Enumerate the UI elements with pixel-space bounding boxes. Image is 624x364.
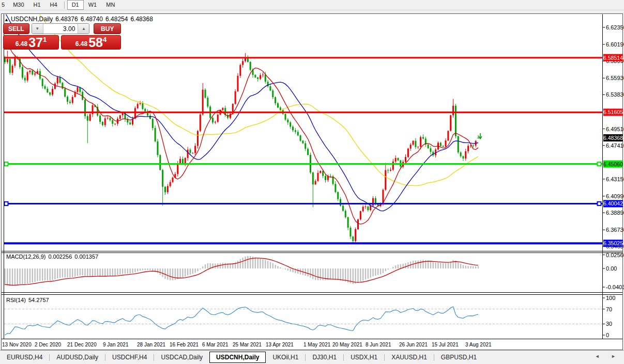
price-label-6.58514: 6.58514: [603, 55, 623, 61]
hline-marker[interactable]: [5, 162, 8, 166]
date-label: 13 Nov 2020: [2, 342, 32, 347]
tab-scroll-arrows[interactable]: ◄ ►: [595, 354, 621, 359]
buy-price-big: 58: [88, 36, 103, 49]
chart-title: ▲USDCNH,Daily6.483766.487406.482546.4836…: [4, 15, 153, 23]
tab-usdcad-daily[interactable]: USDCAD,Daily: [154, 352, 209, 363]
timeframe-button-m30[interactable]: M30: [8, 0, 28, 10]
rsi-tick-100: 100: [606, 295, 615, 301]
sell-price-prefix: 6.48: [16, 40, 27, 49]
date-label: 8 Jun 2021: [366, 342, 391, 347]
date-label: 25 Mar 2021: [233, 342, 262, 347]
rsi-tick-70: 70: [606, 306, 612, 312]
price-tick-6.43150: 6.43150: [606, 176, 624, 182]
ohlc-high: 6.48740: [81, 15, 103, 23]
tab-eurusd-h4[interactable]: EURUSD,H4: [0, 352, 49, 363]
date-label: 20 May 2021: [332, 342, 362, 347]
timeframe-button-h1[interactable]: H1: [29, 0, 45, 10]
one-click-trading-toggle-icon[interactable]: ▲: [4, 17, 9, 22]
volume-increase-button[interactable]: ▲: [78, 24, 89, 34]
tab-xauusd-h1[interactable]: XAUUSD,H1: [385, 352, 434, 363]
tab-usdx-h1[interactable]: USDX,H1: [344, 352, 384, 363]
price-tick-6.40990: 6.40990: [606, 193, 624, 199]
tab-gbpusd-h1[interactable]: GBPUSD,H1: [434, 352, 483, 363]
volume-decrease-button[interactable]: ▼: [32, 24, 43, 34]
spinner-down-icon: ▼: [35, 26, 39, 31]
price-tick-6.55930: 6.55930: [606, 75, 624, 81]
sell-button[interactable]: SELL: [3, 23, 29, 34]
date-label: 13 Apr 2021: [266, 342, 294, 347]
timeframe-button-h4[interactable]: H4: [45, 0, 62, 10]
spinner-up-icon: ▲: [82, 26, 86, 31]
sell-price-button[interactable]: 6.48371: [3, 35, 59, 50]
macd-value-1: 0.002256: [48, 254, 72, 260]
symbol-tab-bar: EURUSD,H4AUDUSD,DailyUSDCHF,H4USDCAD,Dai…: [0, 350, 624, 364]
hline-marker[interactable]: [598, 202, 601, 205]
price-tick-6.49510: 6.49510: [606, 126, 624, 132]
rsi-tick-30: 30: [606, 321, 612, 327]
rsi-label: RSI(14)54.2757: [6, 297, 52, 303]
price-tick-6.53830: 6.53830: [606, 91, 624, 98]
tab-usdcnh-daily[interactable]: USDCNH,Daily: [209, 352, 266, 363]
price-tick-6.36730: 6.36730: [606, 227, 624, 233]
tab-audusd-daily[interactable]: AUDUSD,Daily: [50, 352, 105, 363]
buy-price-sup: 4: [103, 36, 106, 43]
ohlc-close: 6.48368: [130, 15, 153, 23]
price-label-6.51605: 6.51605: [603, 109, 623, 115]
price-tick-6.38890: 6.38890: [606, 210, 624, 216]
macd-tick-0.025609: 0.025609: [606, 252, 624, 258]
rsi-value: 54.2757: [28, 297, 49, 303]
date-label: 21 Dec 2020: [67, 342, 97, 347]
tab-dj30-h1[interactable]: DJ30,H1: [306, 352, 343, 363]
timeframe-button-5[interactable]: 5: [0, 0, 8, 10]
sell-price-big: 37: [28, 36, 43, 49]
price-label-6.48368: 6.48368: [603, 135, 623, 141]
buy-price-prefix: 6.48: [75, 40, 87, 49]
chart-canvas[interactable]: 6.623506.601906.580906.559306.538306.495…: [0, 0, 624, 364]
timeframe-button-w1[interactable]: W1: [84, 0, 102, 10]
price-label-6.35025: 6.35025: [603, 240, 623, 246]
price-label-6.45060: 6.45060: [603, 161, 623, 167]
price-label-6.40042: 6.40042: [603, 200, 623, 207]
date-label: 6 Mar 2021: [202, 342, 229, 347]
toolbar-separator: [64, 2, 65, 9]
hline-marker[interactable]: [598, 162, 601, 166]
tab-ukoil-h1[interactable]: UKOil,H1: [266, 352, 305, 363]
sell-price-sup: 1: [43, 36, 47, 43]
one-click-trading-panel: SELL ▼ 3.00 ▲ BUY 6.48371 6.48584: [3, 23, 121, 50]
macd-value-2: 0.001357: [74, 254, 98, 260]
chart-symbol: USDCNH,Daily: [11, 15, 53, 23]
price-tick-6.60190: 6.60190: [606, 41, 624, 48]
date-label: 2 Dec 2020: [35, 342, 62, 347]
timeframe-button-d1[interactable]: D1: [67, 0, 84, 10]
date-label: 9 Jan 2021: [103, 342, 129, 347]
macd-name: MACD(12,26,9): [6, 254, 45, 260]
macd-label: MACD(12,26,9)0.0022560.001357: [6, 254, 101, 260]
rsi-tick-0: 0: [606, 332, 609, 338]
date-label: 16 Feb 2021: [170, 342, 199, 347]
hline-marker[interactable]: [5, 202, 8, 205]
date-label: 28 Jan 2021: [137, 342, 165, 347]
ohlc-open: 6.48376: [55, 15, 78, 23]
date-label: 15 Jul 2021: [432, 342, 459, 347]
timeframe-toolbar: 5M30H1H4D1W1MN: [0, 0, 624, 10]
buy-button[interactable]: BUY: [94, 23, 121, 34]
price-tick-6.47410: 6.47410: [606, 143, 624, 149]
macd-tick-0.00: 0.00: [606, 265, 617, 272]
rsi-name: RSI(14): [6, 297, 26, 303]
date-label: 1 May 2021: [303, 342, 331, 347]
price-tick-6.62350: 6.62350: [606, 24, 624, 30]
timeframe-button-mn[interactable]: MN: [101, 0, 119, 10]
tab-usdchf-h4[interactable]: USDCHF,H4: [105, 352, 154, 363]
volume-spinner: ▼ 3.00 ▲: [32, 23, 90, 34]
date-label: 26 Jun 2021: [399, 342, 428, 347]
macd-tick--0.04038: -0.04038: [606, 284, 624, 290]
buy-price-button[interactable]: 6.48584: [61, 35, 121, 50]
volume-input[interactable]: 3.00: [43, 24, 78, 34]
ohlc-low: 6.48254: [105, 15, 128, 23]
date-label: 3 Aug 2021: [465, 342, 492, 347]
